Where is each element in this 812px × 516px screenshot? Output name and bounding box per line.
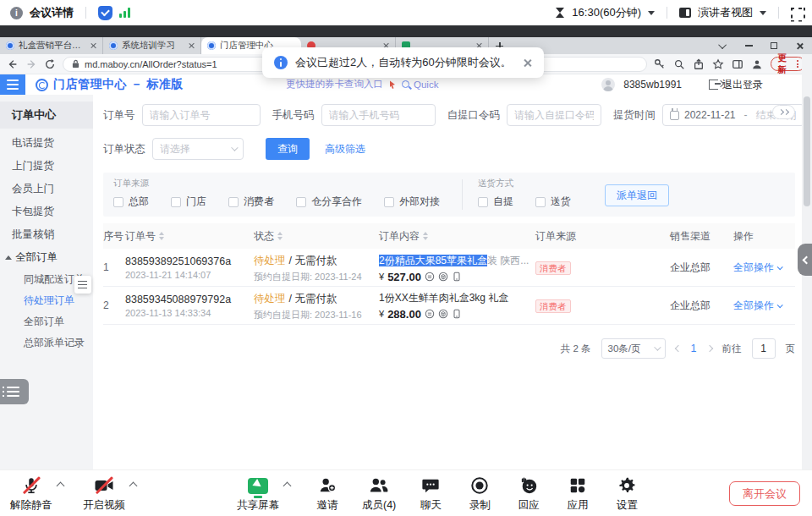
settings-button[interactable]: 设置 — [612, 475, 641, 513]
meeting-timer[interactable]: 16:30(60分钟) — [572, 5, 641, 20]
scrollbar-thumb[interactable] — [804, 96, 810, 206]
phone-icon[interactable] — [452, 309, 462, 319]
checkbox-delivery-deliver[interactable]: 送货 — [535, 195, 571, 209]
sidebar-item-door-pickup[interactable]: 上门提货 — [0, 155, 93, 178]
info-icon — [274, 56, 288, 69]
order-source-label: 订单来源 — [113, 178, 462, 189]
chevron-up-icon[interactable] — [129, 482, 138, 491]
coupon-icon[interactable] — [425, 309, 435, 319]
chevron-up-icon[interactable] — [57, 482, 65, 491]
goto-label: 前往 — [722, 343, 742, 355]
reactions-button[interactable]: 回应 — [514, 475, 543, 513]
bookmark-star-icon[interactable] — [712, 58, 724, 70]
tab-search-icon[interactable] — [710, 37, 736, 54]
apps-button[interactable]: 应用 — [563, 475, 592, 513]
meeting-panel-handle[interactable] — [798, 244, 812, 276]
collapse-filters-button[interactable] — [772, 105, 795, 119]
start-video-button[interactable]: 开启视频 — [83, 475, 125, 513]
sidebar-item-card-pickup[interactable]: 卡包提货 — [0, 200, 93, 223]
order-status-select[interactable]: 请选择 — [152, 138, 244, 160]
menu-dots-icon[interactable] — [797, 60, 798, 68]
col-content[interactable]: 订单内容 — [379, 229, 535, 244]
col-order-no[interactable]: 订单号 — [125, 229, 254, 244]
sort-icon[interactable] — [159, 229, 164, 243]
goto-page-input[interactable] — [752, 338, 776, 359]
forward-icon[interactable] — [25, 58, 37, 70]
signal-strength-icon[interactable] — [119, 8, 130, 18]
quick-entry-link[interactable]: 更快捷的券卡查询入口 Quick — [286, 78, 438, 91]
order-no-input[interactable] — [142, 104, 261, 126]
calendar-icon — [670, 111, 679, 120]
chat-button[interactable]: 聊天 — [416, 475, 445, 513]
share-icon[interactable] — [693, 58, 705, 70]
search-button[interactable]: 查询 — [266, 138, 310, 160]
all-actions-dropdown[interactable]: 全部操作 — [733, 299, 795, 313]
checkbox-icon — [535, 197, 546, 207]
sidebar-item-hq-dispatch-log[interactable]: 总部派单记录 — [0, 332, 93, 354]
page-unit: 页 — [786, 343, 796, 355]
page-size-select[interactable]: 30条/页 — [601, 338, 666, 359]
refresh-icon[interactable] — [44, 58, 56, 70]
hamburger-menu-button[interactable] — [0, 74, 25, 95]
current-page[interactable]: 1 — [691, 343, 697, 354]
meeting-details-button[interactable]: 会议详情 — [30, 5, 74, 20]
coupon-icon[interactable] — [425, 272, 435, 282]
all-actions-dropdown[interactable]: 全部操作 — [733, 261, 795, 275]
browser-tab[interactable]: 礼盒营销平台管理中心 — [0, 37, 103, 54]
shield-check-icon[interactable] — [98, 6, 112, 20]
checkbox-source-external[interactable]: 外部对接 — [384, 195, 440, 209]
fullscreen-icon[interactable] — [791, 8, 802, 19]
browser-update-button[interactable]: 更新 — [771, 57, 805, 71]
chevron-up-icon[interactable] — [283, 482, 292, 491]
sidebar-group-all-orders[interactable]: 全部订单 — [0, 246, 93, 269]
next-page-icon[interactable] — [705, 345, 712, 352]
chevron-down-icon[interactable] — [760, 11, 766, 19]
username: 8385wb1991 — [623, 79, 682, 91]
phone-icon[interactable] — [452, 272, 462, 282]
selected-text: 2份精品大果85苹果礼盒 — [379, 255, 487, 266]
search-icon — [402, 80, 409, 88]
share-screen-button[interactable]: 共享屏幕 — [237, 475, 279, 513]
invite-button[interactable]: 邀请 — [313, 475, 342, 513]
col-status[interactable]: 状态 — [254, 229, 379, 244]
sidebar-collapse-handle[interactable] — [74, 276, 91, 294]
browser-tab[interactable]: 系统培训学习 — [103, 37, 201, 54]
tab-close-icon[interactable] — [188, 42, 195, 49]
dispatch-return-button[interactable]: 派单退回 — [605, 184, 669, 206]
collapse-triangle-icon — [5, 252, 12, 260]
sort-icon[interactable] — [277, 229, 283, 243]
side-panel-icon[interactable] — [732, 58, 743, 70]
advanced-filter-link[interactable]: 高级筛选 — [325, 142, 365, 156]
key-icon[interactable] — [654, 58, 666, 70]
pickup-code-input[interactable] — [507, 104, 601, 126]
chevron-down-icon[interactable] — [648, 11, 655, 19]
unmute-button[interactable]: 解除静音 — [10, 475, 52, 513]
back-icon[interactable] — [7, 58, 19, 70]
quick-list-button[interactable] — [0, 379, 29, 404]
checkbox-source-warehouse-share[interactable]: 仓分享合作 — [296, 195, 362, 209]
tab-close-icon[interactable] — [90, 42, 96, 49]
logout-button[interactable]: 退出登录 — [709, 78, 763, 92]
package-icon[interactable] — [438, 272, 448, 282]
sidebar-item-all-orders[interactable]: 全部订单 — [0, 311, 93, 332]
phone-input[interactable] — [321, 104, 436, 126]
checkbox-source-consumer[interactable]: 消费者 — [228, 195, 274, 209]
checkbox-delivery-pickup[interactable]: 自提 — [478, 195, 513, 209]
sort-icon[interactable] — [423, 229, 428, 243]
toast-close-icon[interactable] — [523, 58, 532, 68]
package-icon[interactable] — [438, 309, 448, 319]
leave-meeting-button[interactable]: 离开会议 — [729, 481, 800, 506]
record-button[interactable]: 录制 — [465, 475, 494, 513]
profile-icon[interactable] — [751, 58, 763, 70]
zoom-icon[interactable] — [673, 58, 685, 70]
members-button[interactable]: 成员(4) — [362, 475, 396, 513]
checkbox-source-hq[interactable]: 总部 — [113, 195, 149, 209]
sidebar-item-batch-verify[interactable]: 批量核销 — [0, 223, 93, 246]
view-mode-button[interactable]: 演讲者视图 — [698, 5, 753, 20]
sidebar-item-phone-pickup[interactable]: 电话提货 — [0, 132, 93, 155]
prev-page-icon[interactable] — [674, 345, 681, 352]
checkbox-icon — [113, 197, 123, 207]
checkbox-source-store[interactable]: 门店 — [171, 195, 206, 209]
sidebar-item-member-visit[interactable]: 会员上门 — [0, 178, 93, 200]
window-minimize-icon[interactable] — [736, 37, 761, 54]
